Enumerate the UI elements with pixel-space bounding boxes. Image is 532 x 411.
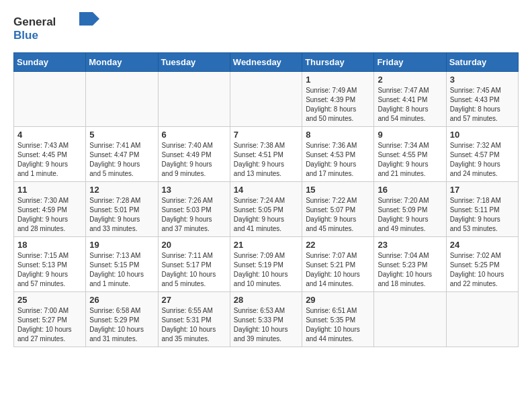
day-info: Sunrise: 7:22 AM Sunset: 5:07 PM Dayligh… bbox=[306, 196, 370, 234]
day-number: 8 bbox=[306, 130, 370, 140]
calendar-cell: 14Sunrise: 7:24 AM Sunset: 5:05 PM Dayli… bbox=[230, 182, 302, 237]
week-row: 1Sunrise: 7:49 AM Sunset: 4:39 PM Daylig… bbox=[14, 72, 519, 127]
calendar-cell: 5Sunrise: 7:41 AM Sunset: 4:47 PM Daylig… bbox=[86, 127, 158, 182]
day-info: Sunrise: 7:13 AM Sunset: 5:15 PM Dayligh… bbox=[89, 251, 154, 289]
calendar-cell bbox=[86, 72, 158, 127]
calendar-cell bbox=[14, 72, 86, 127]
day-info: Sunrise: 7:30 AM Sunset: 4:59 PM Dayligh… bbox=[17, 196, 82, 234]
day-number: 22 bbox=[306, 240, 370, 250]
day-number: 27 bbox=[162, 295, 226, 305]
day-info: Sunrise: 7:43 AM Sunset: 4:45 PM Dayligh… bbox=[17, 141, 82, 179]
header: General Blue bbox=[13, 11, 519, 47]
day-of-week-header: Sunday bbox=[14, 53, 86, 72]
day-number: 6 bbox=[162, 130, 226, 140]
logo: General Blue bbox=[13, 11, 101, 47]
day-number: 17 bbox=[450, 185, 515, 195]
calendar-cell: 25Sunrise: 7:00 AM Sunset: 5:27 PM Dayli… bbox=[14, 292, 86, 347]
day-info: Sunrise: 6:53 AM Sunset: 5:33 PM Dayligh… bbox=[234, 306, 298, 344]
calendar-cell: 9Sunrise: 7:34 AM Sunset: 4:55 PM Daylig… bbox=[374, 127, 446, 182]
day-number: 18 bbox=[17, 240, 82, 250]
calendar-cell: 18Sunrise: 7:15 AM Sunset: 5:13 PM Dayli… bbox=[14, 237, 86, 292]
day-number: 9 bbox=[378, 130, 442, 140]
day-number: 19 bbox=[89, 240, 154, 250]
calendar-cell: 10Sunrise: 7:32 AM Sunset: 4:57 PM Dayli… bbox=[446, 127, 518, 182]
calendar-cell: 16Sunrise: 7:20 AM Sunset: 5:09 PM Dayli… bbox=[374, 182, 446, 237]
calendar-cell: 6Sunrise: 7:40 AM Sunset: 4:49 PM Daylig… bbox=[158, 127, 230, 182]
calendar-cell: 22Sunrise: 7:07 AM Sunset: 5:21 PM Dayli… bbox=[302, 237, 374, 292]
day-info: Sunrise: 6:58 AM Sunset: 5:29 PM Dayligh… bbox=[89, 306, 154, 344]
svg-text:Blue: Blue bbox=[13, 29, 38, 42]
day-info: Sunrise: 7:28 AM Sunset: 5:01 PM Dayligh… bbox=[89, 196, 154, 234]
day-of-week-header: Friday bbox=[374, 53, 446, 72]
day-info: Sunrise: 7:15 AM Sunset: 5:13 PM Dayligh… bbox=[17, 251, 82, 289]
calendar-cell: 17Sunrise: 7:18 AM Sunset: 5:11 PM Dayli… bbox=[446, 182, 518, 237]
header-row: SundayMondayTuesdayWednesdayThursdayFrid… bbox=[14, 53, 519, 72]
calendar-cell: 13Sunrise: 7:26 AM Sunset: 5:03 PM Dayli… bbox=[158, 182, 230, 237]
day-info: Sunrise: 7:20 AM Sunset: 5:09 PM Dayligh… bbox=[378, 196, 442, 234]
calendar-cell: 3Sunrise: 7:45 AM Sunset: 4:43 PM Daylig… bbox=[446, 72, 518, 127]
day-info: Sunrise: 7:11 AM Sunset: 5:17 PM Dayligh… bbox=[162, 251, 226, 289]
day-info: Sunrise: 7:49 AM Sunset: 4:39 PM Dayligh… bbox=[306, 86, 370, 124]
calendar-cell: 19Sunrise: 7:13 AM Sunset: 5:15 PM Dayli… bbox=[86, 237, 158, 292]
day-of-week-header: Tuesday bbox=[158, 53, 230, 72]
day-info: Sunrise: 7:38 AM Sunset: 4:51 PM Dayligh… bbox=[234, 141, 298, 179]
calendar-cell bbox=[158, 72, 230, 127]
calendar-table: SundayMondayTuesdayWednesdayThursdayFrid… bbox=[13, 52, 519, 347]
svg-text:General: General bbox=[13, 15, 56, 28]
day-number: 3 bbox=[450, 75, 515, 85]
day-info: Sunrise: 7:24 AM Sunset: 5:05 PM Dayligh… bbox=[234, 196, 298, 234]
calendar-cell: 29Sunrise: 6:51 AM Sunset: 5:35 PM Dayli… bbox=[302, 292, 374, 347]
day-number: 26 bbox=[89, 295, 154, 305]
calendar-cell bbox=[230, 72, 302, 127]
day-number: 20 bbox=[162, 240, 226, 250]
day-info: Sunrise: 7:36 AM Sunset: 4:53 PM Dayligh… bbox=[306, 141, 370, 179]
calendar-cell: 24Sunrise: 7:02 AM Sunset: 5:25 PM Dayli… bbox=[446, 237, 518, 292]
day-info: Sunrise: 7:47 AM Sunset: 4:41 PM Dayligh… bbox=[378, 86, 442, 124]
day-info: Sunrise: 7:18 AM Sunset: 5:11 PM Dayligh… bbox=[450, 196, 515, 234]
day-number: 4 bbox=[17, 130, 82, 140]
calendar-cell: 15Sunrise: 7:22 AM Sunset: 5:07 PM Dayli… bbox=[302, 182, 374, 237]
calendar-cell: 7Sunrise: 7:38 AM Sunset: 4:51 PM Daylig… bbox=[230, 127, 302, 182]
day-info: Sunrise: 6:51 AM Sunset: 5:35 PM Dayligh… bbox=[306, 306, 370, 344]
week-row: 11Sunrise: 7:30 AM Sunset: 4:59 PM Dayli… bbox=[14, 182, 519, 237]
day-number: 2 bbox=[378, 75, 442, 85]
day-info: Sunrise: 7:26 AM Sunset: 5:03 PM Dayligh… bbox=[162, 196, 226, 234]
day-number: 11 bbox=[17, 185, 82, 195]
day-info: Sunrise: 6:55 AM Sunset: 5:31 PM Dayligh… bbox=[162, 306, 226, 344]
day-number: 15 bbox=[306, 185, 370, 195]
calendar-cell bbox=[374, 292, 446, 347]
day-info: Sunrise: 7:02 AM Sunset: 5:25 PM Dayligh… bbox=[450, 251, 515, 289]
calendar-cell: 20Sunrise: 7:11 AM Sunset: 5:17 PM Dayli… bbox=[158, 237, 230, 292]
calendar-cell: 28Sunrise: 6:53 AM Sunset: 5:33 PM Dayli… bbox=[230, 292, 302, 347]
day-number: 25 bbox=[17, 295, 82, 305]
day-info: Sunrise: 7:09 AM Sunset: 5:19 PM Dayligh… bbox=[234, 251, 298, 289]
svg-marker-1 bbox=[79, 12, 99, 26]
day-info: Sunrise: 7:40 AM Sunset: 4:49 PM Dayligh… bbox=[162, 141, 226, 179]
calendar-cell: 2Sunrise: 7:47 AM Sunset: 4:41 PM Daylig… bbox=[374, 72, 446, 127]
calendar-cell: 11Sunrise: 7:30 AM Sunset: 4:59 PM Dayli… bbox=[14, 182, 86, 237]
day-number: 21 bbox=[234, 240, 298, 250]
calendar-cell: 23Sunrise: 7:04 AM Sunset: 5:23 PM Dayli… bbox=[374, 237, 446, 292]
calendar-cell: 21Sunrise: 7:09 AM Sunset: 5:19 PM Dayli… bbox=[230, 237, 302, 292]
day-of-week-header: Wednesday bbox=[230, 53, 302, 72]
day-of-week-header: Saturday bbox=[446, 53, 518, 72]
day-info: Sunrise: 7:04 AM Sunset: 5:23 PM Dayligh… bbox=[378, 251, 442, 289]
calendar-cell bbox=[446, 292, 518, 347]
day-number: 28 bbox=[234, 295, 298, 305]
day-number: 10 bbox=[450, 130, 515, 140]
day-info: Sunrise: 7:34 AM Sunset: 4:55 PM Dayligh… bbox=[378, 141, 442, 179]
week-row: 18Sunrise: 7:15 AM Sunset: 5:13 PM Dayli… bbox=[14, 237, 519, 292]
calendar-cell: 27Sunrise: 6:55 AM Sunset: 5:31 PM Dayli… bbox=[158, 292, 230, 347]
day-number: 5 bbox=[89, 130, 154, 140]
week-row: 4Sunrise: 7:43 AM Sunset: 4:45 PM Daylig… bbox=[14, 127, 519, 182]
page: General Blue SundayMondayTuesdayWednesda… bbox=[0, 0, 532, 358]
day-number: 16 bbox=[378, 185, 442, 195]
day-number: 14 bbox=[234, 185, 298, 195]
calendar-cell: 1Sunrise: 7:49 AM Sunset: 4:39 PM Daylig… bbox=[302, 72, 374, 127]
calendar-cell: 12Sunrise: 7:28 AM Sunset: 5:01 PM Dayli… bbox=[86, 182, 158, 237]
logo-svg: General Blue bbox=[13, 11, 101, 44]
day-info: Sunrise: 7:41 AM Sunset: 4:47 PM Dayligh… bbox=[89, 141, 154, 179]
day-number: 29 bbox=[306, 295, 370, 305]
day-number: 1 bbox=[306, 75, 370, 85]
week-row: 25Sunrise: 7:00 AM Sunset: 5:27 PM Dayli… bbox=[14, 292, 519, 347]
